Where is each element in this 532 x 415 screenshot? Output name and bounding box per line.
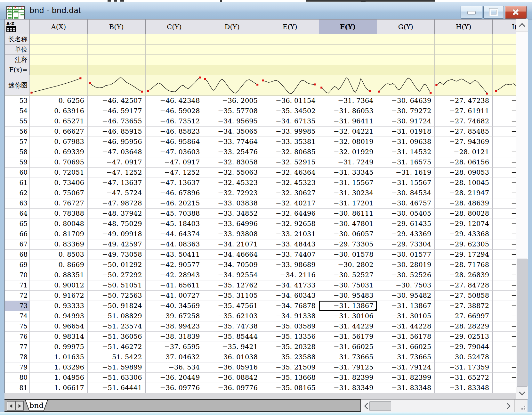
data-cell[interactable]: 0. 78388 <box>30 209 88 219</box>
data-cell[interactable]: − <box>493 352 517 362</box>
data-cell[interactable]: −47. 5724 <box>88 188 146 198</box>
meta-cell[interactable] <box>88 65 146 75</box>
meta-cell[interactable] <box>435 55 493 65</box>
data-cell[interactable]: − <box>493 178 517 188</box>
data-cell[interactable]: −34. 76878 <box>261 301 319 311</box>
row-header-68[interactable]: 68 <box>5 250 30 260</box>
data-cell[interactable]: −27. 94369 <box>435 137 493 147</box>
data-cell[interactable]: −47. 13637 <box>88 178 146 188</box>
minimize-button[interactable] <box>461 6 482 19</box>
data-cell[interactable]: −31. 96411 <box>319 116 377 127</box>
data-cell[interactable]: 0. 75067 <box>30 188 88 198</box>
row-header-80[interactable]: 80 <box>5 373 30 383</box>
data-cell[interactable]: −34. 95695 <box>203 116 261 127</box>
data-cell[interactable]: − <box>493 311 517 321</box>
data-cell[interactable]: −27. 38872 <box>435 301 493 311</box>
data-cell[interactable]: −28. 09053 <box>435 168 493 178</box>
column-header-d[interactable]: D(Y) <box>203 19 261 34</box>
data-cell[interactable]: −30. 05405 <box>377 209 435 219</box>
data-cell[interactable]: 0. 8669 <box>30 260 88 270</box>
data-cell[interactable]: −47. 03603 <box>146 147 204 157</box>
data-cell[interactable]: −33. 25476 <box>203 147 261 157</box>
data-cell[interactable]: − <box>493 239 517 250</box>
data-cell[interactable]: −30. 7503 <box>377 280 435 291</box>
data-cell[interactable]: −47. 13637 <box>146 178 204 188</box>
data-cell[interactable]: −34. 92554 <box>203 270 261 280</box>
data-cell[interactable]: −51. 63306 <box>88 373 146 383</box>
data-cell[interactable]: − <box>493 373 517 383</box>
data-cell[interactable]: −49. 09918 <box>88 229 146 239</box>
data-cell[interactable]: −31. 79124 <box>377 362 435 373</box>
data-cell[interactable]: − <box>493 168 517 178</box>
data-cell[interactable]: − <box>493 260 517 270</box>
data-cell[interactable]: −36. 2005 <box>203 96 261 106</box>
data-cell[interactable]: −32. 40217 <box>261 198 319 209</box>
data-cell[interactable]: −48. 37942 <box>88 209 146 219</box>
vertical-scrollbar-thumb[interactable] <box>517 259 528 387</box>
resize-grip[interactable] <box>514 399 528 412</box>
data-cell[interactable]: −51. 46272 <box>88 342 146 352</box>
data-cell[interactable]: −31. 15567 <box>319 178 377 188</box>
tab-scroll-left-button[interactable] <box>7 401 15 411</box>
row-header-67[interactable]: 67 <box>5 239 30 250</box>
data-cell[interactable]: −30. 52527 <box>319 270 377 280</box>
data-cell[interactable]: −35. 08165 <box>261 383 319 393</box>
data-cell[interactable]: 0. 96654 <box>30 321 88 332</box>
data-cell[interactable]: −30. 2802 <box>319 260 377 270</box>
select-all-corner[interactable]: A-Z <box>5 19 30 34</box>
scroll-down-button[interactable] <box>516 387 528 399</box>
data-cell[interactable]: −34. 41733 <box>261 280 319 291</box>
data-cell[interactable]: −47. 98728 <box>88 198 146 209</box>
row-header-79[interactable]: 79 <box>5 362 30 373</box>
data-cell[interactable]: 0. 90012 <box>30 280 88 291</box>
data-cell[interactable]: −46. 85823 <box>146 127 204 137</box>
data-cell[interactable]: −35. 57708 <box>203 106 261 116</box>
data-cell[interactable]: −30. 47801 <box>319 219 377 229</box>
row-header-60[interactable]: 60 <box>5 168 30 178</box>
data-cell[interactable]: −47. 0917 <box>146 157 204 168</box>
data-cell[interactable] <box>493 383 517 393</box>
column-header-h[interactable]: H(Y) <box>435 19 493 34</box>
data-cell[interactable]: −35. 62103 <box>203 311 261 321</box>
row-header-74[interactable]: 74 <box>5 311 30 321</box>
data-cell[interactable]: −36. 20449 <box>146 373 204 383</box>
data-cell[interactable]: −29. 43369 <box>377 229 435 239</box>
data-cell[interactable]: −34. 2116 <box>261 270 319 280</box>
row-header-72[interactable]: 72 <box>5 291 30 301</box>
data-cell[interactable]: −31. 73665 <box>377 352 435 362</box>
data-cell[interactable]: 0. 81709 <box>30 229 88 239</box>
data-cell[interactable]: −31. 44228 <box>377 321 435 332</box>
data-cell[interactable]: − <box>493 127 517 137</box>
data-cell[interactable]: −49. 42597 <box>88 239 146 250</box>
meta-cell[interactable] <box>88 34 146 45</box>
data-cell[interactable]: −32. 45323 <box>203 178 261 188</box>
data-cell[interactable]: −33. 03838 <box>203 198 261 209</box>
data-cell[interactable]: 0. 99975 <box>30 342 88 352</box>
maximize-button[interactable] <box>483 6 504 19</box>
data-cell[interactable]: −31. 82399 <box>377 373 435 383</box>
data-cell[interactable]: −31. 17201 <box>319 198 377 209</box>
data-cell[interactable]: −46. 85915 <box>88 127 146 137</box>
data-cell[interactable]: − <box>493 332 517 342</box>
sparkline-cell[interactable] <box>319 75 377 96</box>
data-cell[interactable]: − <box>493 301 517 311</box>
meta-cell[interactable] <box>261 34 319 45</box>
data-cell[interactable]: − <box>493 147 517 157</box>
data-cell[interactable]: − <box>493 198 517 209</box>
row-header-76[interactable]: 76 <box>5 332 30 342</box>
data-cell[interactable]: − <box>493 96 517 106</box>
data-cell[interactable]: −37. 6595 <box>146 342 204 352</box>
data-cell[interactable]: 1. 01635 <box>30 352 88 362</box>
meta-cell[interactable] <box>377 55 435 65</box>
data-cell[interactable]: −29. 79044 <box>435 342 493 352</box>
meta-cell[interactable] <box>146 34 204 45</box>
data-cell[interactable]: −31. 30106 <box>319 311 377 321</box>
meta-cell[interactable] <box>377 45 435 55</box>
data-cell[interactable]: −31. 30105 <box>377 311 435 321</box>
data-cell[interactable]: −42. 90577 <box>146 260 204 270</box>
data-cell[interactable]: −32. 30627 <box>261 188 319 198</box>
data-cell[interactable]: −33. 21031 <box>261 229 319 239</box>
row-header-64[interactable]: 64 <box>5 209 30 219</box>
data-cell[interactable]: −27. 50858 <box>435 291 493 301</box>
data-cell[interactable]: −46. 67896 <box>146 188 204 198</box>
